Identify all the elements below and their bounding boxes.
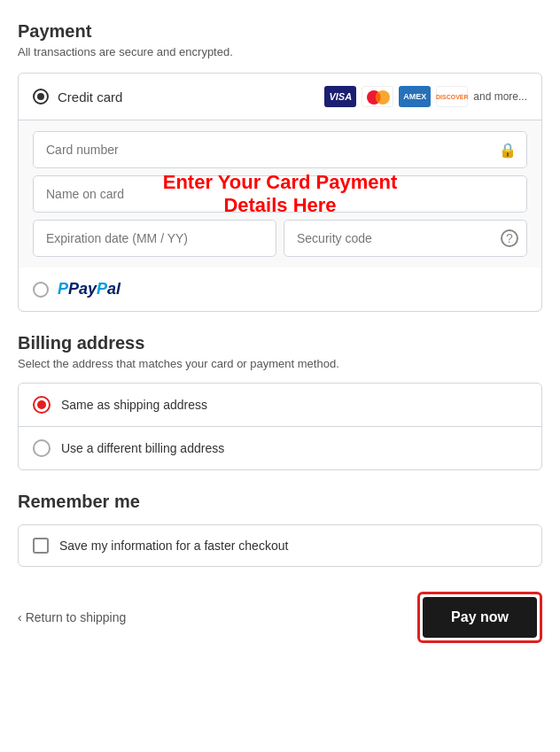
footer-actions: ‹ Return to shipping Pay now [18, 592, 542, 643]
lock-icon: 🔒 [499, 142, 517, 159]
card-fields: 🔒 ? [19, 120, 541, 267]
payment-title: Payment [18, 21, 542, 42]
card-number-wrapper: 🔒 [33, 131, 527, 168]
remember-title: Remember me [18, 492, 542, 512]
credit-card-left: Credit card [33, 89, 122, 105]
billing-options: Same as shipping address Use a different… [18, 383, 542, 470]
remember-section: Remember me Save my information for a fa… [18, 492, 542, 567]
credit-card-label: Credit card [58, 89, 122, 105]
billing-section: Billing address Select the address that … [18, 333, 542, 470]
billing-subtitle: Select the address that matches your car… [18, 357, 542, 370]
expiry-input[interactable] [33, 220, 276, 257]
security-wrapper: ? [284, 220, 527, 257]
remember-label: Save my information for a faster checkou… [59, 539, 288, 553]
paypal-radio[interactable] [33, 282, 49, 298]
remember-checkbox[interactable] [33, 538, 49, 554]
credit-card-option[interactable]: Credit card VISA AMEX DISCOVER and more.… [19, 74, 541, 120]
different-address-label: Use a different billing address [61, 441, 224, 455]
different-address-option[interactable]: Use a different billing address [19, 427, 541, 469]
name-on-card-input[interactable] [33, 175, 527, 213]
same-address-option[interactable]: Same as shipping address [19, 384, 541, 427]
pay-now-button[interactable]: Pay now [423, 597, 537, 638]
billing-title: Billing address [18, 333, 542, 353]
card-number-input[interactable] [33, 131, 527, 168]
same-address-label: Same as shipping address [61, 398, 207, 412]
return-to-shipping-link[interactable]: ‹ Return to shipping [18, 610, 126, 624]
and-more-label: and more... [473, 90, 527, 103]
chevron-left-icon: ‹ [18, 610, 22, 624]
remember-box[interactable]: Save my information for a faster checkou… [18, 524, 542, 567]
help-icon: ? [501, 229, 518, 247]
pay-now-wrapper: Pay now [417, 592, 542, 643]
different-address-radio[interactable] [33, 439, 51, 457]
paypal-logo: P Pay P al [58, 280, 121, 298]
same-address-radio[interactable] [33, 396, 51, 414]
visa-logo: VISA [324, 86, 356, 107]
mastercard-logo [362, 86, 393, 107]
security-input[interactable] [284, 220, 527, 257]
discover-logo: DISCOVER [436, 86, 468, 107]
credit-card-radio[interactable] [33, 89, 49, 105]
card-logos: VISA AMEX DISCOVER and more... [324, 86, 527, 107]
paypal-option[interactable]: P Pay P al [19, 267, 541, 311]
amex-logo: AMEX [399, 86, 431, 107]
expiry-wrapper [33, 220, 276, 257]
expiry-security-row: ? [33, 220, 527, 257]
payment-panel: Credit card VISA AMEX DISCOVER and more.… [18, 73, 542, 312]
card-fields-wrapper: 🔒 ? Enter Your Card Payment Details Here [19, 120, 541, 267]
name-on-card-wrapper [33, 175, 527, 213]
payment-subtitle: All transactions are secure and encrypte… [18, 45, 542, 58]
